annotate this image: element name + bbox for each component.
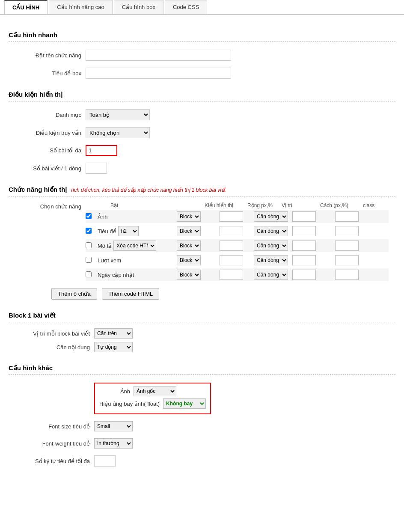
row-can-noi-dung: Căn nội dung Tự độngCăn tráiCăn phải — [9, 342, 395, 352]
feature-ngay-vitri[interactable]: Căn dòngCăn trái — [254, 270, 288, 280]
tab-codecss[interactable]: Code CSS — [165, 0, 207, 14]
divider-5 — [9, 374, 395, 375]
feature-luotxem-cach[interactable] — [292, 255, 316, 265]
feature-anh-cach[interactable] — [292, 211, 316, 222]
can-noi-dung-select[interactable]: Tự độngCăn tráiCăn phải — [94, 342, 133, 352]
tieu-de-box-input[interactable] — [86, 68, 231, 79]
danh-muc-select[interactable]: Toàn bộ — [86, 109, 150, 120]
tabs-bar: CẤU HÌNH Cấu hình nâng cao Cấu hình box … — [0, 0, 404, 15]
feature-anh-vitri[interactable]: Căn dòngCăn tráiCăn phải — [254, 211, 288, 222]
feature-row-ngaycapnhat: Ngày cập nhật BlockInline Căn dòngCăn tr… — [86, 268, 389, 281]
feature-row-luotxem: Lượt xem BlockInline Căn dòngCăn trái — [86, 254, 389, 267]
vi-tri-block-label: Vị trí mỗi block bài viết — [9, 330, 94, 337]
feature-anh-class[interactable] — [335, 211, 359, 222]
row-fontsize: Font-size tiêu đề SmallMediumLarge — [9, 419, 395, 433]
highlight-hieu-ung-row: Hiệu ứng bay ảnh( float) Không bayBay tr… — [99, 398, 206, 409]
feature-tieude-name: Tiêu đề h2h1h3 — [98, 226, 177, 236]
feature-mota-name: Mô tả Xóa code HTMLGiữ code HTML — [98, 241, 177, 251]
btn-them-o-chua[interactable]: Thêm ô chứa — [51, 288, 97, 300]
feature-tieude-checkbox[interactable] — [86, 228, 92, 234]
so-ky-tu-label: Số ký tự tiêu đề tối đa — [9, 458, 94, 464]
tab-cauhinhnaocao[interactable]: Cấu hình nâng cao — [49, 0, 113, 14]
tab-cauhinhbox[interactable]: Cấu hình box — [114, 0, 163, 14]
feature-ngay-rong[interactable] — [220, 270, 243, 280]
feature-tieude-rong[interactable] — [220, 226, 243, 236]
fontweight-select[interactable]: In thườngIn đậm — [94, 438, 133, 449]
so-bai-toi-da-highlighted — [86, 145, 117, 156]
header-bat: Bật — [110, 202, 205, 208]
section-chucnang-header: Chức năng hiển thị tích để chon, kéo thả… — [9, 186, 395, 196]
row-anh-khac: Ảnh Ảnh gốcẢnh thumbnail Hiệu ứng bay ản… — [9, 381, 395, 416]
highlight-anh-row: Ảnh Ảnh gốcẢnh thumbnail — [99, 386, 206, 396]
section-chucnang-title: Chức năng hiển thị — [9, 186, 67, 193]
feature-tieude-cach[interactable] — [292, 226, 316, 236]
feature-luotxem-checkbox[interactable] — [86, 257, 92, 263]
header-rong: Rộng px,% — [247, 202, 282, 208]
feature-row-anh: Ảnh BlockInline Căn dòngCăn tráiCăn phải — [86, 210, 389, 223]
btn-them-code-html[interactable]: Thêm code HTML — [102, 288, 159, 300]
danh-muc-label: Danh mục — [9, 112, 86, 118]
anh-select[interactable]: Ảnh gốcẢnh thumbnail — [134, 386, 176, 396]
vi-tri-block-select[interactable]: Căn trênCăn giữaCăn dưới — [94, 328, 133, 339]
feature-luotxem-rong[interactable] — [220, 255, 243, 265]
buttons-row: Thêm ô chứa Thêm code HTML — [51, 288, 395, 300]
dieu-kien-truy-van-select[interactable]: Không chọn — [86, 127, 150, 138]
divider-2 — [9, 101, 395, 101]
fontweight-label: Font-weight tiêu đề — [9, 440, 94, 447]
so-bai-toi-da-label: Số bài tối đa — [9, 147, 86, 154]
fontsize-label: Font-size tiêu đề — [9, 423, 94, 430]
feature-ngay-checkbox[interactable] — [86, 271, 92, 277]
so-bai-toi-da-input[interactable] — [89, 147, 114, 154]
row-fontweight: Font-weight tiêu đề In thườngIn đậm — [9, 437, 395, 450]
section-cauhinh-nhanh-title: Cấu hình nhanh — [9, 31, 395, 39]
feature-ngay-class[interactable] — [335, 270, 359, 280]
feature-mota-cach[interactable] — [292, 241, 316, 251]
feature-tieude-class[interactable] — [335, 226, 359, 236]
hieu-ung-select[interactable]: Không bayBay trái — [163, 398, 206, 409]
header-class: class — [363, 202, 389, 208]
divider-3 — [9, 196, 395, 196]
feature-ngay-kieu[interactable]: BlockInline — [177, 270, 201, 280]
feature-anh-kieu[interactable]: BlockInline — [177, 211, 201, 222]
divider-1 — [9, 42, 395, 42]
feature-luotxem-vitri[interactable]: Căn dòngCăn trái — [254, 255, 288, 265]
feature-tieude-sub[interactable]: h2h1h3 — [118, 226, 139, 236]
anh-label: Ảnh — [99, 388, 134, 395]
section-block1-title: Block 1 bài viết — [9, 312, 395, 319]
header-cach: Cách (px,%) — [320, 202, 363, 208]
feature-mota-sub[interactable]: Xóa code HTMLGiữ code HTML — [113, 241, 156, 251]
feature-table: Bật Kiểu hiển thị Rộng px,% Vị trí Cách … — [86, 202, 389, 283]
divider-4 — [9, 322, 395, 322]
tab-cauhinh[interactable]: CẤU HÌNH — [4, 0, 48, 14]
feature-ngay-name: Ngày cập nhật — [98, 272, 177, 278]
feature-mota-rong[interactable] — [220, 241, 243, 251]
feature-luotxem-kieu[interactable]: BlockInline — [177, 255, 201, 265]
feature-mota-checkbox[interactable] — [86, 242, 92, 248]
row-vi-tri-block: Vị trí mỗi block bài viết Căn trênCăn gi… — [9, 328, 395, 339]
row-dat-ten: Đặt tên chức năng — [9, 48, 395, 62]
feature-row-mota: Mô tả Xóa code HTMLGiữ code HTML BlockIn… — [86, 239, 389, 252]
feature-mota-class[interactable] — [335, 241, 359, 251]
highlight-box-anh: Ảnh Ảnh gốcẢnh thumbnail Hiệu ứng bay ản… — [94, 383, 211, 414]
feature-anh-checkbox[interactable] — [86, 213, 92, 219]
feature-mota-kieu[interactable]: BlockInline — [177, 241, 201, 251]
dat-ten-input[interactable] — [86, 50, 231, 61]
section-cauhinh-khac-title: Cấu hình khác — [9, 364, 395, 372]
feature-luotxem-class[interactable] — [335, 255, 359, 265]
feature-tieude-vitri[interactable]: Căn dòngCăn trái — [254, 226, 288, 236]
feature-anh-name: Ảnh — [98, 214, 177, 220]
chucnang-hint: tích để chon, kéo thả để sắp xếp chức nă… — [71, 187, 226, 193]
row-so-bai-toi-da: Số bài tối đa — [9, 143, 395, 158]
feature-anh-rong[interactable] — [220, 211, 243, 222]
feature-tieude-kieu[interactable]: BlockInline — [177, 226, 201, 236]
can-noi-dung-label: Căn nội dung — [9, 344, 94, 351]
row-so-bai-viet: Số bài viết / 1 dòng — [9, 161, 395, 175]
so-bai-viet-input[interactable] — [86, 163, 107, 174]
feature-header-row: Bật Kiểu hiển thị Rộng px,% Vị trí Cách … — [86, 202, 389, 208]
feature-ngay-cach[interactable] — [292, 270, 316, 280]
hieu-ung-label: Hiệu ứng bay ảnh( float) — [99, 401, 163, 407]
feature-mota-vitri[interactable]: Căn dòngCăn trái — [254, 241, 288, 251]
fontsize-select[interactable]: SmallMediumLarge — [94, 421, 133, 431]
dat-ten-label: Đặt tên chức năng — [9, 52, 86, 59]
so-ky-tu-input[interactable] — [94, 455, 116, 467]
